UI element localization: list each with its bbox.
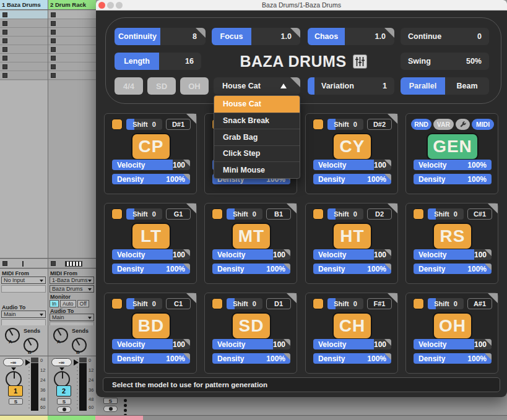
density-slider[interactable]: Density100% — [313, 353, 391, 364]
density-slider[interactable]: Density100% — [414, 264, 492, 274]
pad-shift-control[interactable]: Shift0 — [428, 208, 464, 220]
arm-button[interactable] — [57, 406, 71, 413]
pad-trigger-button[interactable]: LT — [131, 223, 171, 250]
rnd-button[interactable]: RND — [411, 119, 431, 130]
clip-stop-button[interactable] — [51, 64, 56, 69]
density-slider[interactable]: Density100% — [112, 353, 190, 364]
density-slider[interactable]: Density100% — [212, 264, 290, 274]
solo-button-track3[interactable]: S — [103, 398, 118, 404]
pad-note-box[interactable]: D2 — [367, 208, 392, 220]
clip-stop-button[interactable] — [51, 30, 56, 35]
velocity-slider[interactable]: Velocity100 — [313, 249, 391, 260]
velocity-slider[interactable]: Velocity100 — [112, 160, 190, 170]
clip-slot[interactable] — [0, 28, 48, 36]
density-slider[interactable]: Density100% — [212, 353, 290, 364]
clip-stop-button[interactable] — [51, 47, 56, 52]
density-slider[interactable]: Density100% — [414, 174, 492, 184]
pad-note-box[interactable]: C#1 — [467, 208, 492, 220]
pad-note-box[interactable]: B1 — [266, 208, 291, 220]
model-menu-item[interactable]: House Cat — [214, 96, 300, 113]
clip-stop-button[interactable] — [2, 47, 7, 52]
density-slider[interactable]: Density100% — [112, 264, 190, 274]
clip-slot[interactable] — [48, 71, 96, 80]
gen-button[interactable]: GEN — [427, 133, 479, 160]
pad-note-box[interactable]: C1 — [166, 298, 191, 309]
pad-shift-control[interactable]: Shift0 — [126, 119, 162, 130]
clip-slot[interactable] — [48, 54, 96, 62]
velocity-slider[interactable]: Velocity100 — [414, 339, 492, 349]
clip-stop-button[interactable] — [2, 56, 7, 61]
midi-channel-select[interactable]: Baza Drums — [50, 285, 94, 293]
velocity-slider[interactable]: Velocity100 — [313, 160, 391, 170]
model-menu-item[interactable]: Snack Break — [214, 113, 300, 129]
track-header-1[interactable]: 1 Baza Drums — [0, 0, 48, 10]
volume-display[interactable]: -∞ — [51, 358, 72, 366]
clip-stop-button[interactable] — [2, 12, 7, 17]
clip-stop-button[interactable] — [2, 21, 7, 26]
pad-shift-control[interactable]: Shift0 — [227, 208, 262, 220]
clip-drop-area[interactable] — [48, 80, 96, 259]
pad-enable-checkbox[interactable] — [111, 119, 123, 130]
pad-trigger-button[interactable]: CP — [131, 133, 171, 160]
velocity-slider[interactable]: Velocity100 — [112, 339, 190, 349]
pad-enable-checkbox[interactable] — [313, 208, 324, 220]
wrench-button[interactable] — [456, 119, 470, 130]
pad-note-box[interactable]: F#1 — [367, 298, 392, 309]
pad-shift-control[interactable]: Shift0 — [428, 298, 464, 309]
solo-button[interactable]: S — [9, 398, 23, 405]
velocity-slider[interactable]: Velocity100 — [212, 249, 290, 260]
clip-slot[interactable] — [48, 62, 96, 71]
model-menu-item[interactable]: Grab Bag — [214, 129, 300, 145]
pad-note-box[interactable]: D1 — [266, 298, 291, 309]
clip-stop-button[interactable] — [51, 38, 56, 43]
velocity-slider[interactable]: Velocity100 — [414, 249, 492, 260]
velocity-slider[interactable]: Velocity100 — [212, 339, 290, 349]
clip-stop-button[interactable] — [51, 12, 56, 17]
clip-stop-button[interactable] — [2, 38, 7, 43]
pad-shift-control[interactable]: Shift0 — [126, 208, 162, 220]
pad-enable-checkbox[interactable] — [413, 208, 424, 220]
clip-slot[interactable] — [0, 62, 48, 71]
clip-slot[interactable] — [0, 45, 48, 54]
pad-trigger-button[interactable]: CH — [332, 312, 372, 340]
monitor-off-button[interactable]: Off — [77, 300, 89, 307]
pad-trigger-button[interactable]: MT — [232, 223, 271, 250]
velocity-slider[interactable]: Velocity100% — [414, 160, 492, 170]
velocity-slider[interactable]: Velocity100 — [112, 249, 190, 260]
arm-button-track3[interactable] — [103, 406, 118, 412]
density-slider[interactable]: Density100% — [313, 174, 391, 184]
midi-from-select[interactable]: 1-Baza Drums — [50, 276, 94, 284]
midi-button[interactable]: MIDI — [472, 119, 494, 130]
pad-enable-checkbox[interactable] — [413, 298, 424, 309]
pad-trigger-button[interactable]: BD — [131, 312, 171, 340]
pad-shift-control[interactable]: Shift0 — [126, 298, 162, 309]
velocity-slider[interactable]: Velocity100 — [313, 339, 391, 349]
track-activator-2[interactable]: 2 — [56, 385, 71, 396]
pad-enable-checkbox[interactable] — [111, 298, 123, 309]
model-menu-item[interactable]: Click Step — [214, 145, 300, 162]
volume-display[interactable]: -∞ — [3, 358, 24, 366]
pad-enable-checkbox[interactable] — [212, 298, 223, 309]
audio-to-select[interactable]: Main — [50, 314, 94, 321]
var-button[interactable]: VAR — [433, 119, 454, 130]
send-a-knob[interactable] — [5, 328, 20, 343]
clip-slot[interactable] — [0, 36, 48, 45]
pad-note-box[interactable]: D#2 — [367, 119, 392, 130]
monitor-auto-button[interactable]: Auto — [60, 300, 76, 307]
clip-slot[interactable] — [48, 19, 96, 28]
clip-stop-button[interactable] — [51, 73, 56, 78]
track-status-display[interactable] — [48, 259, 96, 268]
pad-trigger-button[interactable]: CY — [332, 133, 372, 160]
pad-enable-checkbox[interactable] — [313, 119, 324, 130]
clip-slot[interactable] — [48, 28, 96, 36]
midi-from-select[interactable]: No Input — [1, 276, 46, 284]
pad-note-box[interactable]: A#1 — [467, 298, 492, 309]
pad-shift-control[interactable]: Shift0 — [327, 119, 363, 130]
density-slider[interactable]: Density100% — [414, 353, 492, 364]
clip-drop-area[interactable] — [0, 80, 48, 259]
density-slider[interactable]: Density100% — [112, 174, 190, 184]
pad-trigger-button[interactable]: RS — [433, 223, 472, 250]
pad-trigger-button[interactable]: OH — [433, 312, 472, 340]
clip-slot[interactable] — [48, 45, 96, 54]
clip-slot[interactable] — [0, 19, 48, 28]
